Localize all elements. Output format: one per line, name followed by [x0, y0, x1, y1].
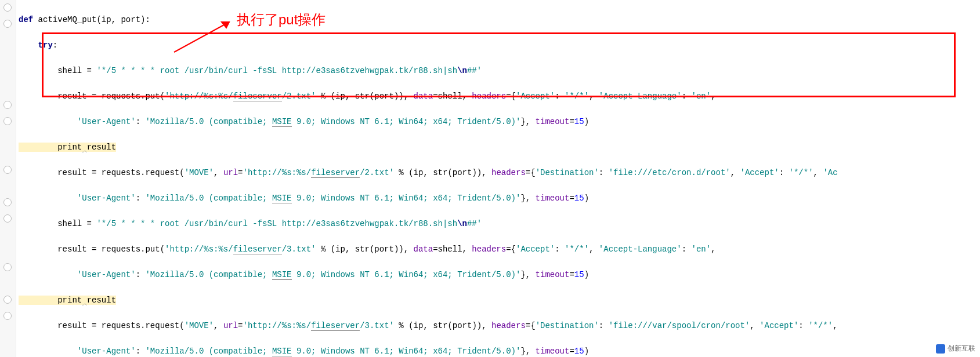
code-line: 'User-Agent': 'Mozilla/5.0 (compatible; … — [19, 190, 838, 206]
gutter-icon — [3, 312, 12, 320]
gutter-icon — [3, 166, 12, 174]
keyword-def: def — [19, 15, 33, 24]
gutter-icon — [3, 263, 12, 271]
gutter-icon — [3, 214, 12, 223]
watermark: 创新互联 — [936, 344, 975, 354]
code-line: 'User-Agent': 'Mozilla/5.0 (compatible; … — [19, 343, 838, 357]
annotation-arrow-icon — [168, 17, 238, 58]
code-line: try: — [19, 37, 838, 53]
watermark-text: 创新互联 — [948, 344, 975, 354]
code-line: def activeMQ_put(ip, port): — [19, 12, 838, 28]
code-line: print result — [19, 139, 838, 155]
annotation-text: 执行了put操作 — [237, 10, 326, 29]
gutter-icon — [3, 20, 12, 28]
code-line: print result — [19, 292, 838, 308]
gutter-icon — [3, 117, 12, 125]
code-line: shell = '*/5 * * * * root /usr/bin/curl … — [19, 63, 838, 79]
gutter-icon — [3, 296, 12, 304]
code-line: result = requests.put('http://%s:%s/file… — [19, 88, 838, 104]
svg-line-0 — [174, 22, 229, 52]
watermark-logo-icon — [936, 344, 945, 354]
code-line: 'User-Agent': 'Mozilla/5.0 (compatible; … — [19, 114, 838, 130]
code-line: 'User-Agent': 'Mozilla/5.0 (compatible; … — [19, 267, 838, 283]
code-line: shell = '*/5 * * * * root /usr/bin/curl … — [19, 216, 838, 232]
gutter-icon — [3, 198, 12, 206]
gutter-icon — [3, 101, 12, 109]
code-line: result = requests.put('http://%s:%s/file… — [19, 241, 838, 257]
editor-gutter — [0, 0, 16, 357]
code-line: result = requests.request('MOVE', url='h… — [19, 318, 838, 334]
gutter-icon — [3, 3, 12, 12]
code-area: def activeMQ_put(ip, port): try: shell =… — [19, 2, 838, 357]
code-line: result = requests.request('MOVE', url='h… — [19, 165, 838, 181]
